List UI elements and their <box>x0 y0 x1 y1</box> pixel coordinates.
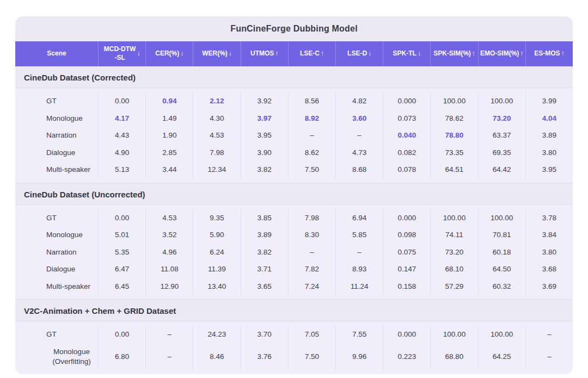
metric-value: 6.24 <box>193 244 240 261</box>
table-row: GT0.000.942.123.928.564.820.000100.00100… <box>15 92 573 110</box>
higher-better-arrow-icon: ↑ <box>520 49 523 58</box>
metric-value: – <box>335 244 383 261</box>
column-header-label: WER(%) <box>202 49 228 58</box>
metric-value: 0.00 <box>98 92 145 110</box>
column-header-label: LSE-D <box>347 49 367 58</box>
column-header-label: EMO-SIM(%) <box>480 49 519 58</box>
lower-better-arrow-icon: ↓ <box>418 49 421 58</box>
metric-value: 0.000 <box>383 326 430 343</box>
metric-value: 63.37 <box>478 127 525 144</box>
scene-label: GT <box>15 326 98 343</box>
column-header-label: ES-MOS <box>534 49 560 58</box>
table-header-row: SceneMCD-DTW-SL↓CER(%)↓WER(%)↓UTMOS↑LSE-… <box>15 41 573 66</box>
column-header-wer: WER(%)↓ <box>193 41 240 66</box>
metric-value: 3.97 <box>241 110 288 127</box>
higher-better-arrow-icon: ↑ <box>472 49 475 58</box>
metric-value: 100.00 <box>430 209 477 227</box>
table-row: Narration5.354.966.243.82––0.07573.2060.… <box>15 244 573 261</box>
metric-value: 3.95 <box>241 127 288 144</box>
metric-value: 4.82 <box>335 92 383 110</box>
column-header-lse-d: LSE-D↓ <box>335 41 383 66</box>
metric-value: 8.62 <box>288 144 335 162</box>
metric-value: 0.073 <box>383 110 430 127</box>
metric-value: 3.84 <box>525 226 573 244</box>
column-header-es-mos: ES-MOS↑ <box>525 41 573 66</box>
scene-label: Monologue <box>15 226 98 244</box>
metric-value: 68.10 <box>430 261 477 278</box>
scene-label: Monologue <box>15 110 98 127</box>
column-header-label: UTMOS <box>250 49 274 58</box>
higher-better-arrow-icon: ↑ <box>561 49 565 58</box>
metric-value: 7.05 <box>288 326 335 343</box>
metric-value: 8.93 <box>335 261 383 278</box>
metric-value: 6.94 <box>335 209 383 227</box>
metric-value: 7.24 <box>288 278 335 295</box>
table-row: Multi-speaker6.4512.9013.403.657.2411.24… <box>15 278 573 295</box>
metric-value: – <box>145 326 193 343</box>
metric-value: 4.30 <box>193 110 240 127</box>
scene-label: GT <box>15 209 98 227</box>
metric-value: 2.85 <box>145 144 193 162</box>
metric-value: 8.46 <box>193 343 240 370</box>
metric-value: – <box>525 343 573 370</box>
column-header-spk-sim: SPK-SIM(%)↑ <box>430 41 477 66</box>
table-row: Multi-speaker5.133.4412.343.827.508.680.… <box>15 161 573 178</box>
scene-label: GT <box>15 92 98 110</box>
section-title-v2c-animation-chem-grid-dataset: V2C-Animation + Chem + GRID Dataset <box>15 300 573 321</box>
metric-value: – <box>288 244 335 261</box>
metric-value: 73.20 <box>430 244 477 261</box>
higher-better-arrow-icon: ↑ <box>321 49 324 58</box>
metric-value: 7.50 <box>288 343 335 370</box>
column-header-mcd-dtw: MCD-DTW-SL↓ <box>98 41 145 66</box>
metric-value: 60.32 <box>478 278 525 295</box>
scene-label: Narration <box>15 244 98 261</box>
metric-value: 9.35 <box>193 209 240 227</box>
metric-value: 4.43 <box>98 127 145 144</box>
column-header-spk-tl: SPK-TL↓ <box>383 41 430 66</box>
table-row: Monologue(Overfitting)6.80–8.463.767.509… <box>15 343 573 370</box>
metric-value: 73.20 <box>478 110 525 127</box>
table-row: Monologue4.171.494.303.978.923.600.07378… <box>15 110 573 127</box>
metric-value: 64.25 <box>478 343 525 370</box>
scene-label: Dialogue <box>15 261 98 278</box>
metric-value: 7.82 <box>288 261 335 278</box>
metric-value: 0.000 <box>383 92 430 110</box>
metric-value: 100.00 <box>430 326 477 343</box>
metric-value: 78.62 <box>430 110 477 127</box>
metric-value: 0.075 <box>383 244 430 261</box>
table-row: Monologue5.013.525.903.898.305.850.09874… <box>15 226 573 244</box>
metric-value: 78.80 <box>430 127 477 144</box>
metric-value: 3.65 <box>241 278 288 295</box>
metric-value: 3.82 <box>241 244 288 261</box>
metric-value: 3.95 <box>525 161 573 178</box>
section-data-block: GT0.004.539.353.857.986.940.000100.00100… <box>15 205 573 300</box>
metric-value: 3.82 <box>241 161 288 178</box>
metric-value: 12.34 <box>193 161 240 178</box>
lower-better-arrow-icon: ↓ <box>229 49 232 58</box>
metric-value: 4.04 <box>525 110 573 127</box>
metric-value: 57.29 <box>430 278 477 295</box>
metric-value: 60.18 <box>478 244 525 261</box>
page-background: FunCineForge Dubbing Model SceneMCD-DTW-… <box>0 0 588 378</box>
metric-value: 4.53 <box>193 127 240 144</box>
metric-value: 5.85 <box>335 226 383 244</box>
metric-value: 3.60 <box>335 110 383 127</box>
metric-value: 12.90 <box>145 278 193 295</box>
metric-value: 3.76 <box>241 343 288 370</box>
column-header-scene: Scene <box>15 41 98 66</box>
metric-value: 8.30 <box>288 226 335 244</box>
metric-value: 0.098 <box>383 226 430 244</box>
metric-value: 74.11 <box>430 226 477 244</box>
metric-value: – <box>288 127 335 144</box>
metric-value: 64.50 <box>478 261 525 278</box>
metric-value: 5.90 <box>193 226 240 244</box>
results-table-card: FunCineForge Dubbing Model SceneMCD-DTW-… <box>15 16 573 374</box>
table-title: FunCineForge Dubbing Model <box>15 16 573 41</box>
metric-value: 8.92 <box>288 110 335 127</box>
metric-value: 7.55 <box>335 326 383 343</box>
column-header-lse-c: LSE-C↑ <box>288 41 335 66</box>
table-row: GT0.00–24.233.707.057.550.000100.00100.0… <box>15 326 573 343</box>
metric-value: 7.98 <box>288 209 335 227</box>
metric-value: 100.00 <box>478 326 525 343</box>
scene-label: Monologue(Overfitting) <box>15 343 98 370</box>
